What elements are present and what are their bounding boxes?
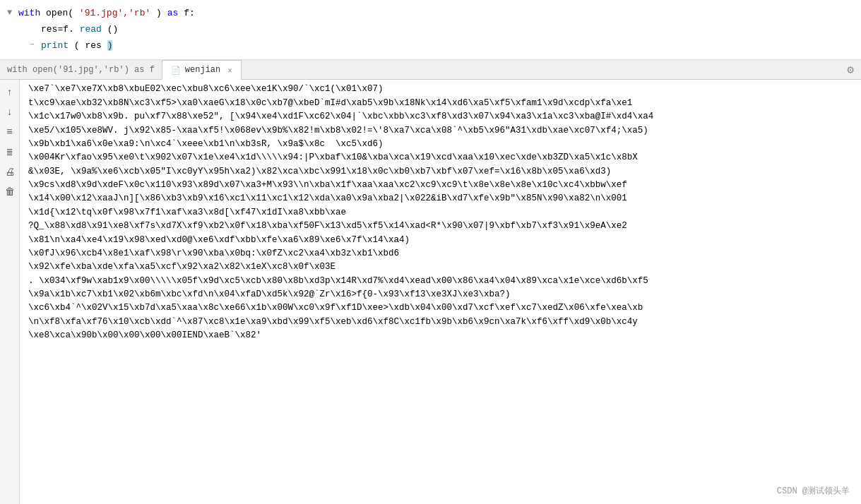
cursor-highlight: )	[107, 40, 113, 51]
output-text: \xe7`\xe7\xe7X\xb8\xbuE02\xec\xbu8\xc6\x…	[28, 83, 853, 342]
code-text: f:	[184, 8, 195, 18]
line-content-2: res=f. read ()	[41, 23, 861, 37]
file-icon: 📄	[171, 66, 181, 75]
code-editor: ▼ with open( '91.jpg','rb' ) as f: res=f…	[0, 0, 861, 60]
string-literal-1: '91.jpg','rb'	[79, 8, 150, 18]
tab-label: wenjian	[185, 65, 220, 75]
list-icon[interactable]: ≡	[5, 125, 13, 139]
print-icon[interactable]: 🖨	[4, 165, 16, 179]
tab-wenjian[interactable]: 📄 wenjian ✕	[162, 60, 242, 80]
fold-indicator-1[interactable]: ▼	[7, 6, 16, 20]
line-content-3: print ( res )	[41, 39, 861, 54]
tab-bar: with open('91.jpg','rb') as f 📄 wenjian …	[0, 60, 861, 80]
line-content-1: with open( '91.jpg','rb' ) as f:	[18, 6, 861, 21]
tab-close-icon[interactable]: ✕	[227, 66, 232, 75]
keyword-with: with	[18, 8, 40, 18]
breadcrumb-text: with open('91.jpg','rb') as f	[7, 65, 155, 75]
gear-icon[interactable]: ⚙	[847, 63, 861, 77]
code-text: res=f.	[41, 24, 74, 35]
code-text: open(	[46, 8, 73, 18]
code-text: ()	[107, 24, 119, 35]
delete-icon[interactable]: 🗑	[4, 185, 16, 199]
scroll-up-icon[interactable]: ↑	[5, 85, 13, 100]
code-line-1: ▼ with open( '91.jpg','rb' ) as f:	[0, 6, 861, 22]
left-sidebar: ↑ ↓ ≡ ≣ 🖨 🗑	[0, 80, 20, 504]
watermark-text: CSDN @测试领头羊	[777, 486, 850, 496]
main-container: ↑ ↓ ≡ ≣ 🖨 🗑 \xe7`\xe7\xe7X\xb8\xbuE02\xe…	[0, 80, 861, 504]
code-line-3: − print ( res )	[0, 38, 861, 54]
breadcrumb-area: with open('91.jpg','rb') as f	[0, 60, 162, 79]
code-line-2: res=f. read ()	[0, 22, 861, 38]
code-text: res	[85, 40, 101, 51]
keyword-as: as	[167, 8, 179, 18]
scroll-down-icon[interactable]: ↓	[5, 105, 13, 119]
fold-indicator-3[interactable]: −	[30, 39, 38, 52]
output-area[interactable]: \xe7`\xe7\xe7X\xb8\xbuE02\xec\xbu8\xc6\x…	[20, 80, 861, 504]
lines-icon[interactable]: ≣	[5, 145, 13, 160]
func-print: print	[41, 40, 69, 51]
func-read: read	[80, 24, 102, 35]
code-text: )	[156, 8, 167, 18]
code-text: (	[74, 40, 80, 51]
watermark: CSDN @测试领头羊	[777, 485, 850, 497]
